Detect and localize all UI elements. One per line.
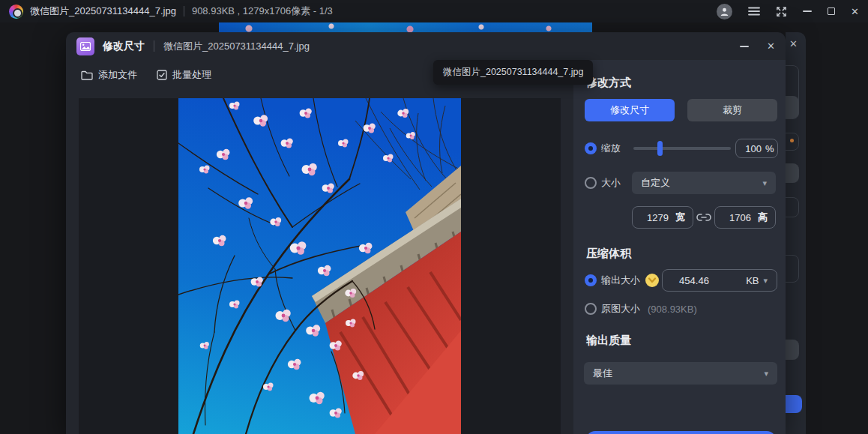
- crop-mode-button[interactable]: 裁剪: [687, 99, 777, 121]
- original-size-note: (908.93KB): [648, 304, 697, 315]
- app-logo-icon: [9, 4, 23, 19]
- person-icon: [720, 7, 729, 16]
- scale-percent-input[interactable]: [742, 143, 762, 154]
- titlebar-file-info: 908.93KB , 1279x1706像素 - 1/3: [192, 4, 333, 18]
- dialog-toolbar: 添加文件 批量处理: [81, 66, 211, 84]
- output-size-unit: KB: [746, 275, 759, 286]
- user-avatar[interactable]: [717, 4, 732, 19]
- dialog-title: 修改尺寸: [103, 40, 145, 53]
- maximize-button[interactable]: [828, 7, 835, 15]
- output-size-label: 输出大小: [601, 274, 640, 287]
- minimize-button[interactable]: [803, 10, 812, 12]
- height-input[interactable]: [723, 212, 758, 223]
- add-files-button[interactable]: 添加文件: [81, 68, 137, 82]
- output-size-field[interactable]: KB ▾: [662, 269, 777, 292]
- close-icon: ✕: [851, 7, 859, 16]
- scale-radio[interactable]: [585, 142, 597, 154]
- quality-value: 最佳: [593, 367, 612, 380]
- background-panel-fragment: [786, 197, 799, 217]
- background-panel-edge: ✕: [786, 32, 806, 434]
- folder-icon: [81, 70, 93, 80]
- dialog-title-divider: [154, 40, 154, 52]
- background-panel-fragment: [786, 395, 802, 413]
- background-panel-fragment: [786, 255, 799, 283]
- bottom-action-button[interactable]: [586, 431, 776, 434]
- resize-dialog: 修改尺寸 微信图片_20250731134444_7.jpg ✕ 添加文件 批量…: [66, 32, 786, 434]
- preview-image: [178, 98, 461, 434]
- add-files-label: 添加文件: [98, 68, 137, 82]
- background-window: ✕ 修改尺寸 微信图片_20250731134444_7.jpg: [0, 22, 868, 434]
- close-icon: ✕: [767, 41, 775, 51]
- height-suffix: 高: [758, 211, 768, 224]
- scale-slider-thumb[interactable]: [657, 141, 663, 156]
- size-preset-value: 自定义: [641, 176, 670, 190]
- menu-icon[interactable]: [748, 7, 760, 16]
- fullscreen-icon[interactable]: [776, 6, 787, 17]
- minimize-icon: [740, 46, 749, 47]
- minimize-icon: [803, 10, 812, 12]
- link-dimensions-icon[interactable]: [696, 212, 711, 223]
- batch-process-label: 批量处理: [172, 68, 211, 82]
- quality-section-label: 输出质量: [586, 334, 631, 348]
- checkbox-icon: [157, 70, 167, 80]
- compress-section-label: 压缩体积: [586, 247, 631, 261]
- filename-tooltip: 微信图片_20250731134444_7.jpg: [433, 60, 593, 85]
- background-close-icon[interactable]: ✕: [789, 38, 798, 49]
- dialog-filename: 微信图片_20250731134444_7.jpg: [163, 40, 310, 53]
- scale-label: 缩放: [601, 142, 621, 155]
- titlebar-filename: 微信图片_20250731134444_7.jpg: [30, 4, 176, 18]
- size-radio[interactable]: [585, 177, 597, 189]
- dialog-minimize-button[interactable]: [740, 46, 749, 47]
- maximize-icon: [828, 7, 835, 15]
- output-size-radio[interactable]: [585, 274, 597, 286]
- dialog-header: 修改尺寸 微信图片_20250731134444_7.jpg ✕: [66, 32, 786, 60]
- original-size-label: 原图大小: [601, 302, 640, 316]
- chevron-down-icon: ▾: [762, 178, 767, 188]
- original-size-radio[interactable]: [585, 303, 597, 315]
- quality-dropdown[interactable]: 最佳 ▾: [584, 362, 777, 385]
- background-dot: [790, 139, 794, 142]
- background-panel-fragment: [786, 163, 799, 183]
- background-panel-fragment: [786, 96, 799, 118]
- batch-process-button[interactable]: 批量处理: [157, 68, 211, 82]
- width-input[interactable]: [640, 212, 675, 223]
- width-field[interactable]: 宽: [632, 206, 693, 229]
- scale-percent-field[interactable]: %: [735, 139, 778, 158]
- titlebar-divider: [184, 6, 184, 16]
- chevron-down-icon[interactable]: ▾: [763, 276, 768, 286]
- settings-panel: 修改方式 修改尺寸 裁剪 缩放 %: [573, 60, 786, 434]
- resize-mode-button[interactable]: 修改尺寸: [585, 99, 675, 121]
- size-preset-dropdown[interactable]: 自定义 ▾: [632, 172, 776, 194]
- size-label: 大小: [601, 176, 621, 190]
- app-titlebar: 微信图片_20250731134444_7.jpg 908.93KB , 127…: [0, 0, 868, 22]
- chevron-down-icon: ▾: [764, 369, 768, 379]
- image-preview-area: [79, 98, 561, 434]
- height-field[interactable]: 高: [714, 206, 776, 229]
- width-suffix: 宽: [675, 211, 685, 224]
- background-image-strip: [219, 22, 592, 33]
- close-button[interactable]: ✕: [851, 7, 859, 16]
- scale-percent-unit: %: [765, 143, 774, 154]
- resize-dialog-icon: [76, 37, 94, 55]
- dialog-close-button[interactable]: ✕: [767, 41, 775, 51]
- output-size-input[interactable]: [672, 275, 717, 286]
- scale-slider[interactable]: [633, 147, 731, 150]
- screen: 微信图片_20250731134444_7.jpg 908.93KB , 127…: [0, 0, 868, 434]
- background-panel-fragment: [786, 340, 799, 360]
- vip-crown-icon: [645, 274, 659, 287]
